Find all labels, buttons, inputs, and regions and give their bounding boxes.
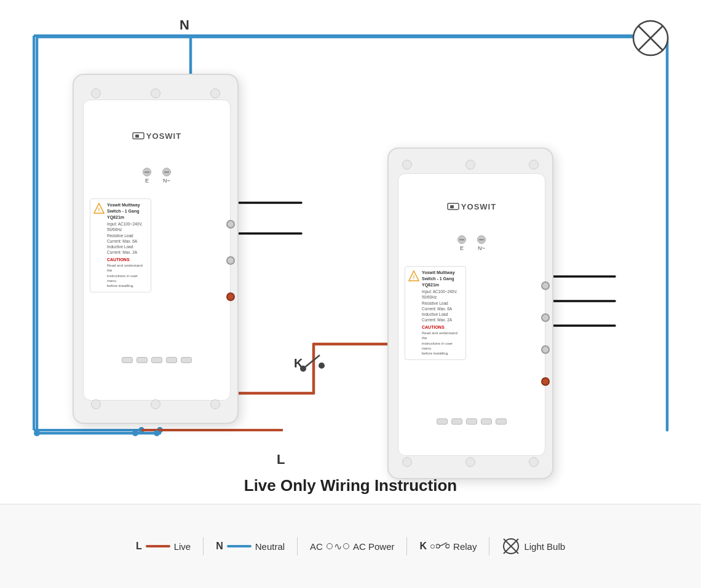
svg-point-42 (446, 544, 450, 548)
svg-text:!: ! (98, 206, 100, 213)
bulb-legend-icon (502, 537, 520, 555)
legend-neutral-label: Neutral (255, 541, 285, 552)
svg-point-4 (157, 427, 163, 433)
svg-line-29 (303, 355, 320, 369)
diagram-area: N L K (0, 0, 701, 504)
svg-point-30 (319, 363, 325, 369)
legend-neutral: N Neutral (204, 541, 297, 552)
legend-ac-label: AC Power (353, 541, 395, 552)
svg-point-12 (132, 430, 138, 436)
switch-left: YOSWIT E N~ ! (73, 74, 239, 424)
legend-live-line (146, 545, 170, 547)
legend-relay-label: Relay (453, 541, 477, 552)
legend-live-label: Live (174, 541, 191, 552)
svg-point-25 (633, 21, 668, 55)
legend-ac: AC ∿ AC Power (298, 541, 406, 552)
n-label: N (180, 17, 189, 33)
legend-live-letter: L (136, 541, 142, 552)
legend-bulb-label: Light Bulb (524, 541, 565, 552)
svg-point-13 (154, 430, 160, 436)
legend-neutral-letter: N (216, 541, 223, 552)
legend-live: L Live (124, 541, 203, 552)
svg-line-26 (638, 26, 663, 50)
k-label: K (294, 356, 303, 370)
switch-right: YOSWIT E N~ ! (387, 147, 553, 479)
legend-ac-symbol: ∿ (327, 541, 349, 552)
legend-neutral-line (227, 545, 251, 547)
svg-point-40 (436, 544, 440, 548)
svg-point-31 (34, 430, 40, 436)
svg-rect-37 (450, 205, 454, 208)
svg-line-27 (638, 26, 663, 50)
legend-ac-label-prefix: AC (310, 541, 323, 552)
svg-text:!: ! (413, 274, 415, 280)
legend-relay-letter: K (419, 541, 427, 552)
legend-bar: L Live N Neutral AC ∿ AC Power K Relay (0, 504, 701, 588)
legend-bulb: Light Bulb (489, 537, 577, 555)
legend-relay-symbol (430, 543, 450, 550)
page-title: Live Only Wiring Instruction (0, 465, 701, 504)
svg-point-3 (138, 427, 145, 433)
legend-relay: K Relay (407, 541, 489, 552)
svg-rect-33 (135, 135, 139, 138)
